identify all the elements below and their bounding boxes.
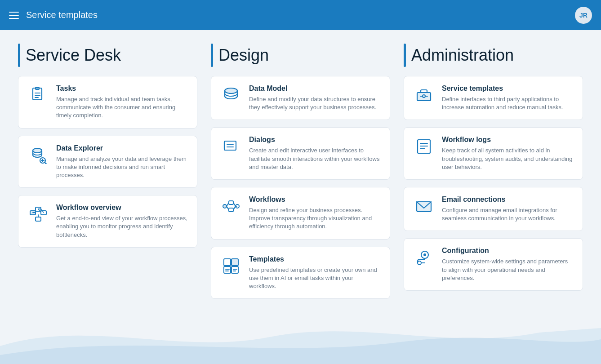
data-explorer-icon (27, 144, 49, 166)
card-templates[interactable]: Templates Use predefined templates or cr… (211, 247, 390, 299)
main-content: Service Desk Tasks Manage and track indi… (0, 30, 601, 308)
svg-rect-24 (229, 201, 233, 204)
card-title-configuration: Configuration (442, 247, 574, 255)
cards-service-desk: Tasks Manage and track individual and te… (18, 76, 197, 248)
card-workflow-overview[interactable]: Workflow overview Get a end-to-end view … (18, 195, 197, 248)
column-heading-administration: Administration (411, 46, 514, 65)
card-title-dialogs: Dialogs (249, 136, 381, 144)
column-title-administration: Administration (404, 44, 583, 67)
svg-line-7 (45, 162, 46, 164)
column-title-service-desk: Service Desk (18, 44, 197, 67)
dialogs-icon (220, 136, 242, 157)
card-dialogs[interactable]: Dialogs Create and edit interactive user… (211, 127, 390, 180)
column-service-desk: Service Desk Tasks Manage and track indi… (18, 44, 197, 299)
workflows-icon (220, 195, 242, 217)
column-title-design: Design (211, 44, 390, 67)
card-desc-data-explorer: Manage and analyze your data and leverag… (56, 155, 188, 180)
svg-rect-37 (231, 266, 238, 273)
column-heading-design: Design (218, 46, 269, 65)
column-administration: Administration Service templates Define … (404, 44, 583, 299)
svg-rect-25 (229, 208, 233, 212)
email-connections-icon (413, 195, 435, 217)
card-desc-data-model: Define and modify your data structures t… (249, 95, 381, 111)
app-header: Service templates JR (0, 0, 601, 30)
card-content-workflow-logs: Workflow logs Keep track of all system a… (442, 136, 574, 171)
svg-point-23 (223, 204, 227, 208)
card-title-data-explorer: Data Explorer (56, 144, 188, 152)
svg-rect-34 (224, 266, 231, 273)
svg-rect-40 (417, 93, 431, 101)
card-configuration[interactable]: Configuration Customize system-wide sett… (404, 238, 583, 291)
card-workflows[interactable]: Workflows Design and refine your busines… (211, 187, 390, 240)
menu-icon[interactable] (9, 12, 19, 19)
card-desc-workflow-overview: Get a end-to-end view of your workflow p… (56, 214, 188, 239)
card-title-email-connections: Email connections (442, 195, 574, 204)
card-desc-workflow-logs: Keep track of all system activities to a… (442, 146, 574, 171)
user-avatar[interactable]: JR (575, 7, 592, 24)
tasks-icon (27, 84, 49, 106)
card-content-service-templates: Service templates Define interfaces to t… (442, 84, 574, 111)
card-tasks[interactable]: Tasks Manage and track individual and te… (18, 76, 197, 129)
card-content-email-connections: Email connections Configure and manage e… (442, 195, 574, 222)
card-desc-email-connections: Configure and manage email integrations … (442, 206, 574, 222)
title-bar (404, 44, 406, 67)
card-content-tasks: Tasks Manage and track individual and te… (56, 84, 188, 120)
card-desc-dialogs: Create and edit interactive user interfa… (249, 146, 381, 171)
column-heading-service-desk: Service Desk (26, 46, 121, 65)
data-model-icon (220, 84, 242, 106)
cards-administration: Service templates Define interfaces to t… (404, 76, 583, 291)
card-service-templates[interactable]: Service templates Define interfaces to t… (404, 76, 583, 120)
service-templates-icon (413, 84, 435, 106)
configuration-icon (413, 247, 435, 268)
card-title-workflow-logs: Workflow logs (442, 136, 574, 144)
card-content-workflows: Workflows Design and refine your busines… (249, 195, 381, 231)
svg-rect-20 (224, 141, 236, 150)
card-email-connections[interactable]: Email connections Configure and manage e… (404, 187, 583, 231)
card-desc-service-templates: Define interfaces to third party applica… (442, 95, 574, 111)
svg-rect-13 (36, 217, 41, 221)
templates-icon (220, 255, 242, 277)
card-desc-configuration: Customize system-wide settings and param… (442, 257, 574, 282)
svg-point-51 (418, 261, 421, 265)
card-desc-workflows: Design and refine your business processe… (249, 206, 381, 231)
workflow-overview-icon (27, 204, 49, 225)
card-title-workflow-overview: Workflow overview (56, 204, 188, 212)
card-content-data-model: Data Model Define and modify your data s… (249, 84, 381, 111)
svg-point-50 (423, 253, 426, 256)
card-desc-templates: Use predefined templates or create your … (249, 266, 381, 291)
svg-point-19 (225, 88, 237, 93)
card-desc-tasks: Manage and track individual and team tas… (56, 95, 188, 120)
svg-rect-33 (231, 259, 238, 266)
card-title-data-model: Data Model (249, 84, 381, 93)
title-bar (18, 44, 20, 67)
svg-point-5 (33, 148, 42, 153)
svg-line-28 (227, 206, 229, 210)
column-design: Design Data Model Define and modify your… (211, 44, 390, 299)
card-title-workflows: Workflows (249, 195, 381, 204)
card-data-model[interactable]: Data Model Define and modify your data s… (211, 76, 390, 120)
card-title-tasks: Tasks (56, 84, 188, 93)
cards-design: Data Model Define and modify your data s… (211, 76, 390, 299)
card-content-workflow-overview: Workflow overview Get a end-to-end view … (56, 204, 188, 239)
title-bar (211, 44, 213, 67)
card-content-data-explorer: Data Explorer Manage and analyze your da… (56, 144, 188, 180)
card-content-configuration: Configuration Customize system-wide sett… (442, 247, 574, 282)
svg-line-27 (227, 203, 229, 206)
page-title: Service templates (26, 10, 98, 20)
card-content-templates: Templates Use predefined templates or cr… (249, 255, 381, 291)
svg-rect-32 (224, 259, 231, 266)
card-title-templates: Templates (249, 255, 381, 263)
card-data-explorer[interactable]: Data Explorer Manage and analyze your da… (18, 136, 197, 188)
workflow-logs-icon (413, 136, 435, 157)
card-title-service-templates: Service templates (442, 84, 574, 93)
card-workflow-logs[interactable]: Workflow logs Keep track of all system a… (404, 127, 583, 180)
card-content-dialogs: Dialogs Create and edit interactive user… (249, 136, 381, 171)
